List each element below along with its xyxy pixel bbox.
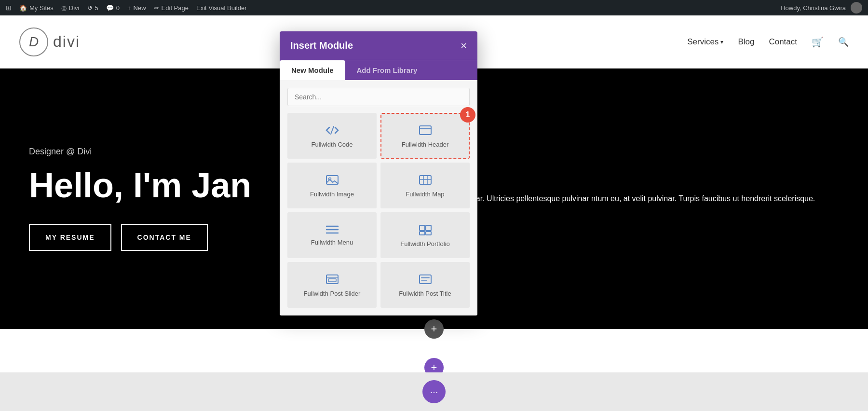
comments-icon: 💬 <box>106 4 114 12</box>
divi-icon: ◎ <box>61 4 67 12</box>
admin-bar: ⊞ 🏠 My Sites ◎ Divi ↺ 5 💬 0 + New ✏ Edit… <box>0 0 868 15</box>
add-section-icon: + <box>431 323 437 335</box>
modal-title: Insert Module <box>290 40 353 51</box>
modal-tabs: New Module Add From Library <box>280 60 477 80</box>
admin-bar-exit-builder[interactable]: Exit Visual Builder <box>196 4 247 12</box>
mysites-label: My Sites <box>29 4 54 12</box>
logo-text: divi <box>53 33 80 51</box>
admin-bar-mysites[interactable]: 🏠 My Sites <box>19 4 54 12</box>
chevron-down-icon: ▾ <box>720 39 723 45</box>
nav-blog[interactable]: Blog <box>738 37 754 47</box>
svg-line-0 <box>331 126 334 134</box>
nav-cart[interactable]: 🛒 <box>812 36 824 48</box>
fullwidth-portfolio-label: Fullwidth Portfolio <box>400 240 450 247</box>
code-icon <box>326 123 339 137</box>
logo-circle: D <box>19 27 48 56</box>
below-hero: + + <box>0 329 868 372</box>
dots-button[interactable]: ··· <box>422 380 446 403</box>
nav-contact[interactable]: Contact <box>769 37 797 47</box>
site-logo[interactable]: D divi <box>19 27 80 56</box>
comments-count: 0 <box>116 4 120 12</box>
image-icon <box>326 173 339 187</box>
svg-rect-14 <box>420 232 425 235</box>
mysites-icon: 🏠 <box>19 4 27 12</box>
portfolio-icon <box>419 223 432 236</box>
fullwidth-post-slider-label: Fullwidth Post Slider <box>304 290 361 297</box>
user-avatar <box>851 2 862 14</box>
updates-count: 5 <box>95 4 98 12</box>
module-fullwidth-header[interactable]: Fullwidth Header 1 <box>380 113 470 159</box>
fullwidth-map-label: Fullwidth Map <box>406 191 444 198</box>
module-fullwidth-menu[interactable]: Fullwidth Menu <box>287 212 377 258</box>
admin-bar-comments[interactable]: 💬 0 <box>106 4 120 12</box>
resume-button[interactable]: MY RESUME <box>29 224 111 251</box>
fullwidth-code-label: Fullwidth Code <box>312 141 353 148</box>
nav-services-label: Services <box>687 37 719 47</box>
add-section-button[interactable]: + <box>424 319 444 339</box>
gray-section: ··· <box>0 372 868 411</box>
nav-search[interactable]: 🔍 <box>838 37 849 47</box>
module-fullwidth-portfolio[interactable]: Fullwidth Portfolio <box>380 212 470 258</box>
nav-blog-label: Blog <box>738 37 754 47</box>
header-icon <box>419 123 432 137</box>
site-nav: Services ▾ Blog Contact 🛒 🔍 <box>687 36 849 48</box>
hero-left: Designer @ Divi Hello, I'm Jan MY RESUME… <box>0 118 280 280</box>
modal-body: Fullwidth Code Fullwidth Header 1 <box>280 80 477 315</box>
svg-rect-15 <box>426 232 431 235</box>
nav-contact-label: Contact <box>769 37 797 47</box>
logo-d: D <box>29 34 39 50</box>
admin-bar-divi[interactable]: ◎ Divi <box>61 4 80 12</box>
module-fullwidth-map[interactable]: Fullwidth Map <box>380 163 470 208</box>
svg-rect-19 <box>420 275 431 284</box>
user-greeting: Howdy, Christina Gwira <box>781 4 846 12</box>
module-fullwidth-post-slider[interactable]: Fullwidth Post Slider <box>287 262 377 308</box>
post-slider-icon <box>326 273 339 286</box>
modal-header: Insert Module × <box>280 31 477 60</box>
divi-label: Divi <box>69 4 80 12</box>
new-icon: + <box>127 4 131 12</box>
tab-new-module[interactable]: New Module <box>280 60 345 80</box>
svg-rect-13 <box>426 225 431 231</box>
svg-rect-12 <box>420 225 425 231</box>
insert-module-modal: Insert Module × New Module Add From Libr… <box>280 31 477 315</box>
hero-title: Hello, I'm Jan <box>29 166 251 205</box>
updates-icon: ↺ <box>87 4 93 12</box>
svg-rect-5 <box>420 176 431 184</box>
module-fullwidth-image[interactable]: Fullwidth Image <box>287 163 377 208</box>
hero-buttons: MY RESUME CONTACT ME <box>29 224 251 251</box>
admin-bar-edit-page[interactable]: ✏ Edit Page <box>154 4 189 12</box>
exit-builder-label: Exit Visual Builder <box>196 4 247 12</box>
menu-icon <box>326 224 339 235</box>
admin-bar-wp[interactable]: ⊞ <box>6 4 12 12</box>
contact-button[interactable]: CONTACT ME <box>121 224 208 251</box>
edit-icon: ✏ <box>154 4 159 12</box>
svg-rect-18 <box>328 279 336 282</box>
fullwidth-image-label: Fullwidth Image <box>310 191 354 198</box>
tab-add-from-library[interactable]: Add From Library <box>345 60 429 80</box>
admin-bar-new[interactable]: + New <box>127 4 146 12</box>
cart-icon: 🛒 <box>812 36 824 48</box>
svg-rect-1 <box>420 126 431 135</box>
module-fullwidth-post-title[interactable]: Fullwidth Post Title <box>380 262 470 308</box>
modal-close-button[interactable]: × <box>461 41 467 51</box>
fullwidth-menu-label: Fullwidth Menu <box>311 239 353 246</box>
fullwidth-header-label: Fullwidth Header <box>402 141 449 148</box>
edit-label: Edit Page <box>162 4 189 12</box>
module-fullwidth-code[interactable]: Fullwidth Code <box>287 113 377 159</box>
post-title-icon <box>419 273 432 286</box>
admin-bar-user: Howdy, Christina Gwira <box>781 2 862 14</box>
admin-bar-updates[interactable]: ↺ 5 <box>87 4 98 12</box>
search-icon: 🔍 <box>838 37 849 47</box>
wp-icon: ⊞ <box>6 4 12 12</box>
module-search-input[interactable] <box>287 88 470 106</box>
new-label: New <box>134 4 146 12</box>
map-icon <box>419 173 432 187</box>
fullwidth-post-title-label: Fullwidth Post Title <box>399 290 451 297</box>
hero-subtitle: Designer @ Divi <box>29 147 251 157</box>
dots-icon: ··· <box>430 386 438 397</box>
nav-services[interactable]: Services ▾ <box>687 37 723 47</box>
badge-1: 1 <box>460 107 475 123</box>
modules-grid: Fullwidth Code Fullwidth Header 1 <box>287 113 470 308</box>
